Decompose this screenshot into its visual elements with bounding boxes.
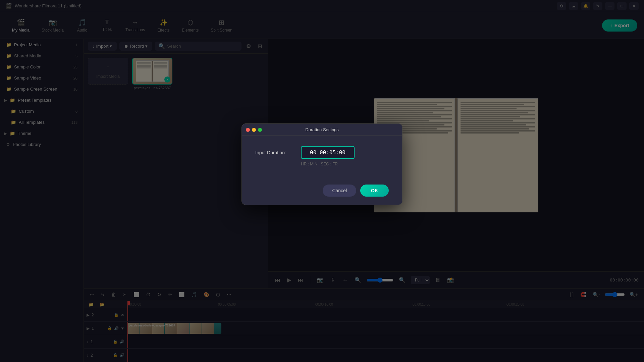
modal-footer: Cancel OK	[242, 185, 402, 205]
duration-settings-modal: Duration Settings Input Duration: HR : M…	[241, 123, 402, 205]
modal-title: Duration Settings	[305, 127, 339, 132]
modal-label: Input Duration:	[255, 150, 296, 155]
modal-titlebar: Duration Settings	[242, 124, 402, 136]
modal-maximize-dot[interactable]	[258, 128, 262, 132]
modal-input-row: Input Duration:	[255, 146, 389, 159]
modal-minimize-dot[interactable]	[252, 128, 256, 132]
modal-overlay: Duration Settings Input Duration: HR : M…	[0, 0, 644, 362]
cancel-button[interactable]: Cancel	[323, 185, 356, 197]
modal-body: Input Duration: HR : MIN : SEC : FR	[242, 136, 402, 185]
duration-hint: HR : MIN : SEC : FR	[301, 162, 389, 166]
duration-input[interactable]	[301, 146, 355, 159]
modal-close-dot[interactable]	[246, 128, 250, 132]
ok-button[interactable]: OK	[360, 185, 389, 197]
